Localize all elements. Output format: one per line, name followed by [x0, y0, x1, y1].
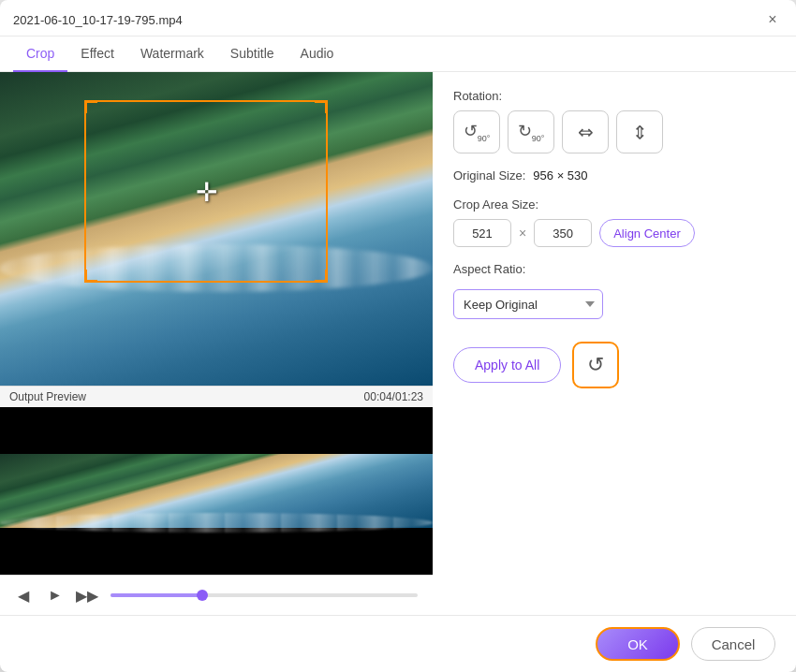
flip-h-icon: ⇔: [578, 121, 594, 143]
aspect-ratio-section: Aspect Ratio: Keep Original 16:9 4:3 1:1…: [453, 262, 775, 319]
step-forward-button[interactable]: ▶▶: [75, 583, 99, 607]
step-back-button[interactable]: ◀: [11, 583, 36, 607]
output-preview-area: [0, 407, 433, 575]
tab-audio[interactable]: Audio: [287, 37, 347, 72]
main-content: ✛ Output Preview 00:04/01:23 ◀ ► ▶▶: [0, 72, 796, 615]
right-panel: Rotation: ↺90° ↻90° ⇔ ⇔: [433, 72, 796, 615]
tab-crop[interactable]: Crop: [13, 37, 67, 72]
letterbox-bottom: [0, 528, 433, 575]
flip-horizontal-button[interactable]: ⇔: [562, 110, 609, 153]
output-preview-bar: Output Preview 00:04/01:23: [0, 386, 433, 407]
ok-button[interactable]: OK: [596, 627, 680, 661]
rotation-label: Rotation:: [453, 89, 775, 103]
crop-height-input[interactable]: [534, 219, 592, 247]
close-button[interactable]: ×: [762, 9, 783, 30]
tab-effect[interactable]: Effect: [67, 37, 127, 72]
video-frame: [0, 72, 433, 386]
play-button[interactable]: ►: [43, 583, 67, 607]
crop-area-row: × Align Center: [453, 219, 775, 247]
tab-subtitle[interactable]: Subtitle: [217, 37, 287, 72]
rotate-ccw90-button[interactable]: ↺90°: [453, 110, 500, 153]
letterbox-top: [0, 407, 433, 454]
preview-frame: [0, 454, 433, 528]
bottom-actions: Apply to All ↺: [453, 342, 775, 388]
video-edit-area[interactable]: ✛: [0, 72, 433, 386]
flip-vertical-button[interactable]: ⇔: [616, 110, 663, 153]
output-preview-label: Output Preview: [9, 390, 86, 403]
tab-bar: Crop Effect Watermark Subtitle Audio: [0, 37, 796, 72]
reset-icon: ↺: [587, 353, 604, 377]
progress-track[interactable]: [111, 593, 418, 597]
original-size-section: Original Size: 956 × 530: [453, 168, 775, 183]
video-panel: ✛ Output Preview 00:04/01:23 ◀ ► ▶▶: [0, 72, 433, 615]
cancel-button[interactable]: Cancel: [691, 627, 775, 661]
timestamp-display: 00:04/01:23: [364, 390, 423, 403]
crop-area-section: Crop Area Size: × Align Center: [453, 197, 775, 247]
aspect-ratio-label: Aspect Ratio:: [453, 262, 775, 276]
multiply-separator: ×: [519, 226, 526, 241]
title-bar: 2021-06-10_10-17-19-795.mp4 ×: [0, 0, 796, 37]
align-center-button[interactable]: Align Center: [599, 219, 695, 247]
rotation-buttons: ↺90° ↻90° ⇔ ⇔: [453, 110, 775, 153]
playback-controls: ◀ ► ▶▶: [0, 575, 433, 615]
crop-area-label: Crop Area Size:: [453, 197, 775, 212]
flip-v-icon: ⇔: [628, 124, 651, 140]
reset-button[interactable]: ↺: [572, 342, 619, 388]
rotation-section: Rotation: ↺90° ↻90° ⇔ ⇔: [453, 89, 775, 153]
rotate-cw-icon: ↻90°: [518, 121, 545, 143]
progress-thumb[interactable]: [197, 590, 208, 601]
progress-fill: [111, 593, 202, 597]
main-dialog: 2021-06-10_10-17-19-795.mp4 × Crop Effec…: [0, 0, 796, 672]
rotate-cw90-button[interactable]: ↻90°: [508, 110, 554, 153]
dialog-title: 2021-06-10_10-17-19-795.mp4: [13, 13, 183, 27]
tab-watermark[interactable]: Watermark: [127, 37, 217, 72]
apply-to-all-button[interactable]: Apply to All: [453, 347, 561, 383]
dialog-footer: OK Cancel: [0, 615, 796, 672]
crop-width-input[interactable]: [453, 219, 511, 247]
original-size-label: Original Size:: [453, 168, 525, 183]
rotate-ccw-icon: ↺90°: [464, 121, 491, 143]
aspect-ratio-dropdown[interactable]: Keep Original 16:9 4:3 1:1 9:16: [453, 289, 603, 319]
original-size-value: 956 × 530: [533, 168, 587, 183]
